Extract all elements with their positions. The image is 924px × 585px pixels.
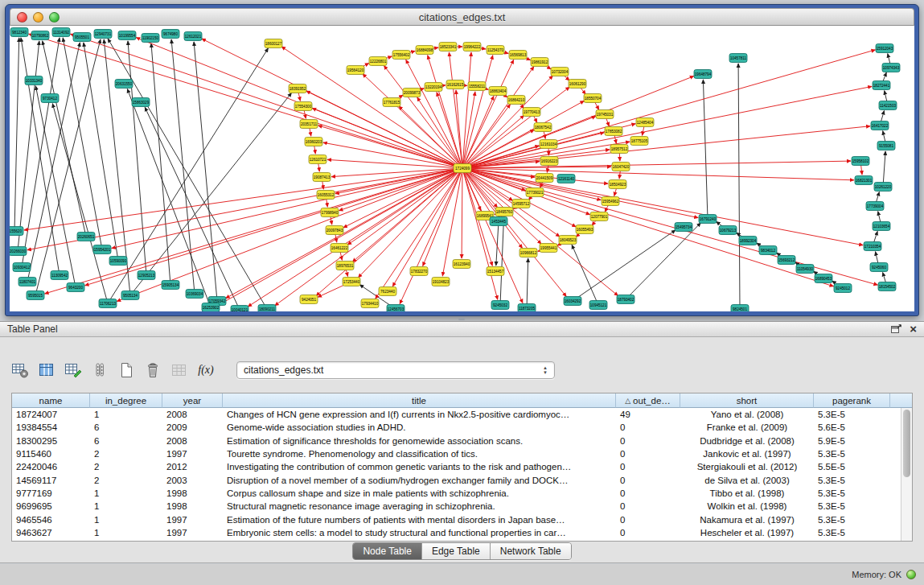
graph-node[interactable]: 11309542 [51,271,68,280]
graph-node[interactable]: 20441509 [536,174,553,183]
graph-node[interactable]: 18992304 [739,237,757,245]
graph-node[interactable]: 20266030 [10,247,27,256]
graph-node[interactable]: 19104823 [432,278,450,286]
graph-node[interactable]: 16890453 [815,274,832,283]
graph-node[interactable]: 9674980 [162,30,179,39]
graph-node[interactable]: 18504923 [609,180,626,189]
graph-node[interactable]: 19745031 [596,110,614,119]
graph-node[interactable]: 16055493 [576,225,593,234]
graph-node[interactable]: 11054930 [796,265,814,274]
graph-node[interactable]: 9834012 [759,246,777,255]
graph-node[interactable]: 18793402 [617,295,634,304]
graph-node[interactable]: 15495734 [675,223,692,232]
minimize-window-button[interactable] [33,12,43,23]
table-row[interactable]: 969969511998Structural magnetic resonanc… [12,500,912,513]
graph-node[interactable]: 9155081 [877,142,895,150]
graph-node[interactable]: 10457811 [729,54,747,63]
graph-node[interactable]: 20631550 [115,80,133,89]
graph-node[interactable]: 10930412 [13,263,31,272]
table-row[interactable]: 1872400712008Changes of HCN gene express… [12,408,912,421]
graph-node[interactable]: 12612021 [184,32,202,41]
graph-node[interactable]: 9505134 [121,291,139,300]
graph-node[interactable]: 16253902 [202,303,220,312]
divider-handle[interactable] [458,318,465,320]
table-row[interactable]: 2242004622012Investigating the contribut… [12,460,912,473]
graph-node[interactable]: 12456703 [387,305,405,312]
graph-node[interactable]: 12226801 [369,57,387,66]
graph-node[interactable]: 10732004 [551,68,569,76]
graph-node[interactable]: 9824501 [731,305,749,312]
graph-node[interactable]: 16821301 [855,176,873,185]
table-row[interactable]: 977716911998Corpus callosum shape and si… [12,487,912,500]
graph-node[interactable]: 16960203 [305,138,322,146]
graph-node[interactable]: 16916223 [540,157,558,166]
graph-node[interactable]: 12103654 [873,222,890,231]
graph-node[interactable]: 18523341 [439,43,457,51]
graph-node[interactable]: 10966812 [519,249,537,257]
graph-node[interactable]: 10261220 [874,183,892,192]
graph-node[interactable]: 19770413 [523,108,540,117]
float-panel-icon[interactable] [891,324,901,334]
column-header-pagerank[interactable]: pagerank [814,393,890,408]
graph-node[interactable]: 9155620 [10,227,23,236]
citation-network-graph[interactable]: 1724099183919521755430020351711169602031… [10,26,914,311]
graph-node[interactable]: 16162615 [446,80,464,89]
graph-node[interactable]: 17853082 [605,127,622,136]
column-header-out_de[interactable]: △out_de… [616,393,680,408]
graph-node[interactable]: 11873205 [518,304,536,312]
graph-node[interactable]: 10679213 [719,226,737,235]
graph-node[interactable]: 10331340 [25,76,43,85]
graph-node[interactable]: 17998940 [321,208,339,217]
graph-node[interactable]: 13220194 [425,83,442,92]
graph-node[interactable]: 19087413 [313,173,331,182]
graph-node[interactable]: 10369034 [186,290,203,299]
table-row[interactable]: 1456911722003Disruption of a novel membe… [12,473,912,486]
graph-node[interactable]: 16061290 [569,80,586,89]
table-mode-icon[interactable] [10,360,31,381]
graph-node[interactable]: 15958102 [852,157,869,166]
graph-node[interactable]: 12905213 [138,271,155,280]
graph-node[interactable]: 18272441 [873,81,890,90]
column-header-year[interactable]: year [162,393,223,408]
function-builder-icon[interactable]: f(x) [195,360,216,381]
graph-node[interactable]: 12610721 [309,155,326,164]
row-selector-icon[interactable] [89,360,110,381]
graph-node[interactable]: 12485404 [636,118,654,127]
graph-node[interactable]: 17739004 [866,202,884,211]
graph-node[interactable]: 18067542 [534,123,552,132]
graph-node[interactable]: 19964222 [463,43,481,51]
graph-node[interactable]: 12161034 [540,140,557,149]
graph-node[interactable]: 18976531 [336,262,354,270]
graph-node[interactable]: 9643200 [67,283,84,292]
graph-node[interactable]: 18957512 [610,145,628,154]
graph-node[interactable]: 15134457 [487,267,504,276]
graph-node[interactable]: 12161140 [557,175,575,183]
graph-node[interactable]: 16034292 [564,297,581,306]
show-columns-icon[interactable] [36,360,57,381]
graph-node[interactable]: 7623440 [379,287,396,296]
graph-node[interactable]: 9730412 [41,94,59,103]
tab-network-table[interactable]: Network Table [490,543,571,559]
graph-node[interactable]: 17832270 [410,267,428,276]
graph-node[interactable]: 9595015 [27,291,44,300]
graph-node[interactable]: 17554300 [294,102,312,111]
graph-node[interactable]: 18550704 [584,94,602,103]
graph-node[interactable]: 9245032 [491,301,509,310]
graph-node[interactable]: 17556402 [392,51,410,60]
column-header-title[interactable]: title [223,393,616,408]
graph-node[interactable]: 12940731 [94,30,112,39]
graph-node[interactable]: 1453445 [490,217,507,226]
graph-node[interactable]: 12077901 [590,212,608,221]
network-view-window[interactable]: citations_edges.txt 17240991839195217554… [5,4,919,316]
graph-node[interactable]: 15863029 [132,98,150,107]
graph-node[interactable]: 14595712 [512,200,530,208]
edit-table-icon[interactable] [63,360,84,381]
graph-node[interactable]: 16569813 [509,51,527,60]
window-titlebar[interactable]: citations_edges.txt [10,8,914,26]
graph-node[interactable]: 19648794 [694,70,712,79]
tab-edge-table[interactable]: Edge Table [421,543,490,559]
graph-node[interactable]: 15905134 [162,281,179,290]
graph-node[interactable]: 11807401 [18,278,36,286]
graph-node[interactable]: 15954962 [602,197,619,206]
graph-node[interactable]: 10790862 [31,31,49,40]
